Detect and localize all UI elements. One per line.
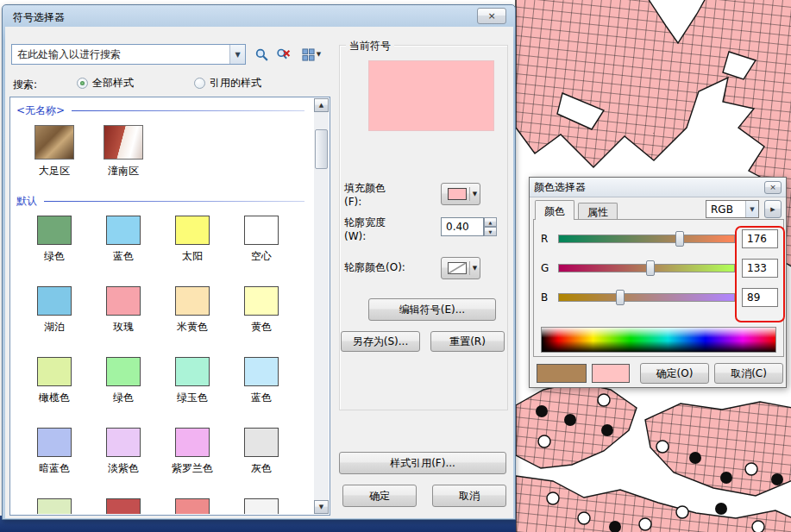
combo-dropdown-button[interactable]: ▼ bbox=[229, 45, 245, 64]
close-button[interactable]: × bbox=[764, 181, 782, 194]
cancel-button[interactable]: 取消 bbox=[432, 485, 506, 507]
channel-slider[interactable] bbox=[558, 264, 735, 272]
style-item-swatch bbox=[175, 428, 210, 457]
tab-color[interactable]: 颜色 bbox=[535, 200, 574, 220]
style-item-swatch bbox=[37, 286, 72, 316]
ok-button[interactable]: 确定 bbox=[342, 485, 417, 507]
style-item[interactable] bbox=[20, 491, 89, 514]
scroll-down-icon: ▼ bbox=[319, 504, 323, 510]
search-input[interactable]: 在此处输入以进行搜索 bbox=[12, 47, 229, 62]
clear-search-button[interactable] bbox=[273, 46, 293, 63]
style-item[interactable]: 空心 bbox=[227, 209, 296, 279]
slider-thumb[interactable] bbox=[646, 260, 655, 276]
save-as-button[interactable]: 另存为(S)... bbox=[341, 331, 420, 352]
style-item-swatch bbox=[244, 498, 279, 514]
style-item[interactable]: 湖泊 bbox=[20, 279, 89, 350]
scroll-up-button[interactable]: ▲ bbox=[314, 98, 329, 112]
reset-button[interactable]: 重置(R) bbox=[430, 331, 505, 352]
style-item[interactable]: 大足区 bbox=[20, 118, 89, 189]
ok-button[interactable]: 确定(O) bbox=[640, 363, 709, 384]
style-item[interactable] bbox=[227, 491, 296, 514]
style-item-swatch bbox=[106, 428, 141, 457]
search-combobox[interactable]: 在此处输入以进行搜索 ▼ bbox=[11, 44, 246, 65]
style-item[interactable]: 绿色 bbox=[89, 350, 158, 421]
scroll-down-button[interactable]: ▼ bbox=[314, 500, 329, 514]
search-scope-label: 搜索: bbox=[13, 78, 37, 92]
color-spectrum-bar[interactable] bbox=[541, 327, 776, 353]
style-item-swatch bbox=[104, 125, 143, 160]
style-item[interactable]: 灰色 bbox=[227, 421, 296, 491]
radio-referenced-styles[interactable]: 引用的样式 bbox=[194, 77, 261, 90]
channel-value-input[interactable]: 176 bbox=[742, 229, 778, 248]
style-item-label: 绿玉色 bbox=[177, 391, 208, 405]
screen: 符号选择器 × 在此处输入以进行搜索 ▼ bbox=[0, 0, 791, 532]
channel-value-input[interactable]: 89 bbox=[742, 288, 778, 307]
chevron-right-icon: ▶ bbox=[770, 206, 775, 213]
style-item[interactable]: 玫瑰 bbox=[89, 279, 158, 350]
style-item-label: 灰色 bbox=[251, 461, 272, 476]
grid-view-icon bbox=[302, 48, 315, 61]
style-item-swatch bbox=[244, 428, 279, 457]
outline-color-button[interactable]: ▼ bbox=[441, 257, 480, 279]
outline-color-swatch bbox=[448, 262, 467, 274]
style-item[interactable]: 蓝色 bbox=[227, 350, 296, 421]
channel-slider[interactable] bbox=[558, 235, 735, 243]
outline-width-input[interactable]: 0.40 bbox=[441, 217, 484, 236]
style-item-label: 蓝色 bbox=[113, 249, 134, 264]
style-item-swatch bbox=[244, 357, 279, 386]
fill-color-button[interactable]: ▼ bbox=[441, 183, 480, 205]
slider-thumb[interactable] bbox=[616, 290, 625, 305]
edit-symbol-button[interactable]: 编辑符号(E)... bbox=[368, 298, 496, 321]
style-references-button[interactable]: 样式引用(F)... bbox=[339, 452, 506, 474]
style-item[interactable]: 黄色 bbox=[227, 279, 296, 350]
tab-attributes[interactable]: 属性 bbox=[578, 203, 618, 220]
scrollbar[interactable]: ▲ ▼ bbox=[314, 98, 329, 514]
channel-label: G bbox=[541, 262, 551, 274]
search-button[interactable] bbox=[251, 46, 272, 63]
channel-value-input[interactable]: 133 bbox=[742, 259, 778, 278]
swatch-grid: 绿色蓝色太阳空心湖泊玫瑰米黄色黄色橄榄色绿色绿玉色蓝色暗蓝色淡紫色紫罗兰色灰色 bbox=[11, 209, 315, 514]
style-item[interactable]: 米黄色 bbox=[158, 279, 227, 350]
style-item[interactable] bbox=[158, 491, 227, 514]
style-item-label: 大足区 bbox=[39, 164, 70, 178]
spin-up-button[interactable]: ▲ bbox=[484, 217, 497, 227]
style-list-content: <无名称>大足区潼南区默认绿色蓝色太阳空心湖泊玫瑰米黄色黄色橄榄色绿色绿玉色蓝色… bbox=[11, 98, 315, 514]
slider-thumb[interactable] bbox=[675, 231, 684, 247]
style-item[interactable] bbox=[89, 491, 158, 514]
style-item[interactable]: 太阳 bbox=[158, 209, 227, 279]
style-item-label: 紫罗兰色 bbox=[172, 461, 213, 476]
style-item-label: 暗蓝色 bbox=[39, 461, 70, 476]
spin-down-button[interactable]: ▼ bbox=[484, 227, 497, 236]
style-item-swatch bbox=[175, 216, 210, 245]
style-item-label: 绿色 bbox=[44, 249, 65, 264]
style-item[interactable]: 蓝色 bbox=[89, 209, 158, 279]
current-color-swatch bbox=[537, 364, 587, 383]
style-item[interactable]: 绿玉色 bbox=[158, 350, 227, 421]
style-item[interactable]: 潼南区 bbox=[89, 118, 158, 189]
cancel-button[interactable]: 取消(C) bbox=[714, 363, 783, 384]
radio-all-styles[interactable]: 全部样式 bbox=[77, 77, 134, 90]
view-options-button[interactable]: ▼ bbox=[296, 46, 327, 63]
channel-label: B bbox=[541, 291, 551, 304]
color-model-select[interactable]: RGB ▼ bbox=[706, 200, 759, 218]
group-header: <无名称> bbox=[16, 103, 311, 118]
scrollbar-thumb[interactable] bbox=[315, 129, 328, 169]
style-item[interactable]: 暗蓝色 bbox=[20, 421, 89, 491]
style-item[interactable]: 绿色 bbox=[20, 209, 89, 279]
symbol-preview bbox=[368, 60, 494, 131]
style-item-swatch bbox=[244, 286, 279, 316]
radio-label: 全部样式 bbox=[92, 76, 134, 91]
close-button[interactable]: × bbox=[477, 8, 506, 24]
channel-slider[interactable] bbox=[558, 293, 735, 302]
more-models-button[interactable]: ▶ bbox=[764, 200, 782, 218]
style-item-swatch bbox=[37, 216, 72, 245]
chevron-down-icon: ▼ bbox=[469, 187, 477, 201]
style-item[interactable]: 紫罗兰色 bbox=[158, 421, 227, 491]
style-item-swatch bbox=[175, 498, 210, 514]
style-item[interactable]: 淡紫色 bbox=[89, 421, 158, 491]
spin-up-icon: ▲ bbox=[489, 220, 493, 225]
search-icon bbox=[254, 47, 269, 62]
style-item[interactable]: 橄榄色 bbox=[20, 350, 89, 421]
style-item-swatch bbox=[37, 428, 72, 457]
dialog-titlebar[interactable]: 颜色选择器 × bbox=[530, 178, 786, 197]
